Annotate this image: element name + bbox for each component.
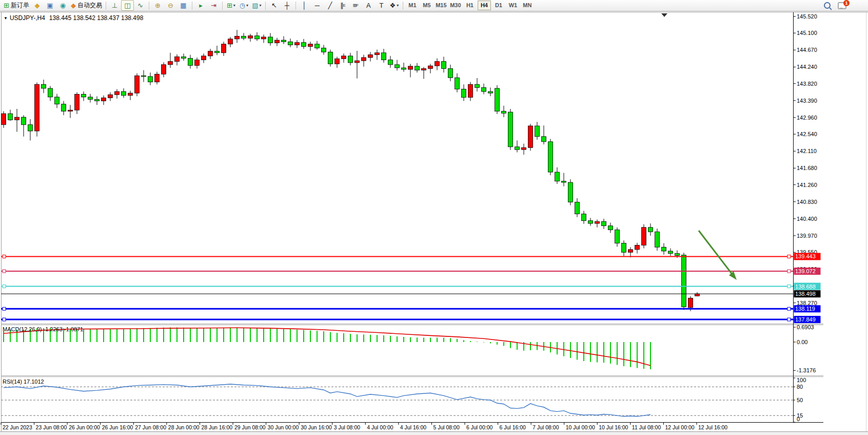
price-axis-label-137.849: 137.849 [794, 316, 821, 323]
svg-text:138.498: 138.498 [795, 291, 816, 297]
svg-text:12 Jul 16:00: 12 Jul 16:00 [698, 424, 727, 430]
svg-text:139.970: 139.970 [797, 233, 817, 239]
svg-text:140.400: 140.400 [797, 216, 817, 222]
crosshair-button[interactable]: ┼ [281, 0, 293, 11]
icon-modifier-letter: F [356, 1, 359, 10]
chart-collapse-icon[interactable]: ▼ [4, 16, 8, 21]
line-anchor-handle[interactable] [3, 270, 6, 273]
timeframe-button-m1[interactable]: M1 [406, 1, 419, 10]
price-axis-label-138.688: 138.688 [794, 283, 821, 290]
svg-text:80: 80 [797, 384, 803, 390]
tile-windows-button[interactable]: ▦ [177, 0, 190, 11]
toolbar-separator [106, 2, 106, 10]
arrows-button[interactable]: ❖▾ [388, 0, 401, 11]
macd-indicator-label: MACD(12,26,9) -1.2263 -1.0871 [3, 326, 83, 332]
zoom-in-button[interactable]: ⊕ [151, 0, 164, 11]
indicators-button[interactable]: ⊞▾ [225, 0, 238, 11]
line-anchor-handle[interactable] [787, 307, 791, 310]
line-chart-icon: ∿ [137, 1, 143, 10]
svg-text:3 Jul 08:00: 3 Jul 08:00 [334, 424, 361, 430]
signals-icon: ◉ [60, 1, 66, 10]
new-order-icon: ⊞ [4, 1, 9, 10]
timeframe-button-h4[interactable]: H4 [478, 1, 491, 10]
line-anchor-handle[interactable] [3, 255, 6, 258]
autotrading-button[interactable]: ◆自动交易 [69, 0, 104, 11]
svg-text:138.270: 138.270 [797, 300, 817, 306]
rsi-indicator-label: RSI(14) 17.1012 [3, 379, 44, 385]
candlestick-chart-icon: ◫ [124, 1, 130, 10]
timeframe-button-m5[interactable]: M5 [420, 1, 433, 10]
svg-text:7 Jul 08:00: 7 Jul 08:00 [532, 424, 559, 430]
templates-button[interactable]: ▧▾ [250, 0, 263, 11]
new-order-button[interactable]: ⊞新订单 [2, 0, 31, 11]
svg-text:22 Jun 2023: 22 Jun 2023 [3, 424, 32, 430]
trendline-button[interactable]: ╱ [324, 0, 337, 11]
timeframe-button-m15[interactable]: M15 [435, 1, 448, 10]
toolbar-separator [192, 2, 192, 10]
vertical-line-button[interactable]: │ [298, 0, 311, 11]
svg-text:50: 50 [797, 397, 803, 403]
timeframe-button-d1[interactable]: D1 [492, 1, 505, 10]
chart-background [0, 11, 868, 435]
chart-canvas[interactable]: 145.520145.100144.670144.240143.820143.3… [0, 11, 868, 435]
line-anchor-handle[interactable] [787, 270, 791, 273]
svg-text:23 Jun 08:00: 23 Jun 08:00 [36, 424, 67, 430]
line-anchor-handle[interactable] [787, 318, 791, 321]
line-anchor-handle[interactable] [3, 285, 6, 288]
svg-text:138.688: 138.688 [795, 283, 816, 290]
svg-text:138.119: 138.119 [795, 306, 815, 312]
text-label-icon: T [379, 1, 383, 10]
timeframe-button-h1[interactable]: H1 [463, 1, 477, 10]
search-icon[interactable] [824, 2, 831, 9]
chevron-down-icon: ▾ [233, 1, 235, 10]
indicators-icon: ⊞ [227, 1, 232, 10]
toolbar-separator [295, 2, 296, 10]
zoom-out-icon: ⊖ [168, 1, 173, 10]
timeframe-button-w1[interactable]: W1 [506, 1, 520, 10]
line-anchor-handle[interactable] [787, 255, 791, 258]
price-axis-label-138.119: 138.119 [794, 305, 821, 312]
candlestick-chart-button[interactable]: ◫ [121, 0, 134, 11]
text-label-button[interactable]: T [375, 0, 388, 11]
chat-icon[interactable]: 1 [838, 2, 846, 9]
timeframe-button-m30[interactable]: M30 [449, 1, 462, 10]
periods-button[interactable]: ◷▾ [238, 0, 250, 11]
styler-button[interactable]: ◆ [31, 0, 44, 11]
auto-scroll-button[interactable]: ▸ [194, 0, 207, 11]
text-button[interactable]: A [362, 0, 375, 11]
periods-icon: ◷ [240, 1, 245, 10]
line-anchor-handle[interactable] [3, 307, 6, 310]
chart-title: ▼USDJPY-,H4138.445 138.542 138.437 138.4… [4, 14, 143, 22]
fibonacci-button[interactable]: ≡F [349, 0, 362, 11]
line-anchor-handle[interactable] [787, 285, 791, 288]
svg-text:141.680: 141.680 [797, 165, 817, 171]
trendline-icon: ╱ [328, 1, 332, 10]
zoom-out-button[interactable]: ⊖ [164, 0, 177, 11]
svg-text:142.960: 142.960 [797, 115, 817, 121]
svg-text:4 Jul 16:00: 4 Jul 16:00 [400, 424, 427, 430]
svg-text:142.540: 142.540 [797, 131, 817, 137]
signals-button[interactable]: ◉ [56, 0, 69, 11]
svg-text:100: 100 [797, 377, 806, 383]
autotrading-button-label: 自动交易 [77, 1, 102, 10]
notification-badge: 1 [843, 0, 850, 6]
toolbar-separator [265, 2, 266, 10]
line-chart-button[interactable]: ∿ [134, 0, 147, 11]
horizontal-line-button[interactable]: ─ [311, 0, 324, 11]
text-icon: A [366, 1, 371, 10]
cursor-button[interactable]: ↖ [268, 0, 281, 11]
svg-text:-1.3176: -1.3176 [797, 367, 816, 373]
line-anchor-handle[interactable] [3, 318, 6, 321]
svg-text:26 Jun 00:00: 26 Jun 00:00 [69, 424, 100, 430]
crosshair-icon: ┼ [285, 1, 289, 10]
chart-shift-button[interactable]: ⇥ [207, 0, 220, 11]
terminal-button[interactable]: ▣ [44, 0, 56, 11]
chart-window[interactable]: 145.520145.100144.670144.240143.820143.3… [0, 11, 868, 435]
svg-text:137.849: 137.849 [795, 316, 816, 323]
timeframe-button-mn[interactable]: MN [521, 1, 534, 10]
svg-text:4 Jul 00:00: 4 Jul 00:00 [367, 424, 393, 430]
bar-chart-button[interactable]: ⊥ [108, 0, 121, 11]
equidistant-channel-button[interactable]: ∥E [337, 0, 349, 11]
zoom-in-icon: ⊕ [155, 1, 161, 10]
auto-scroll-icon: ▸ [199, 1, 203, 10]
